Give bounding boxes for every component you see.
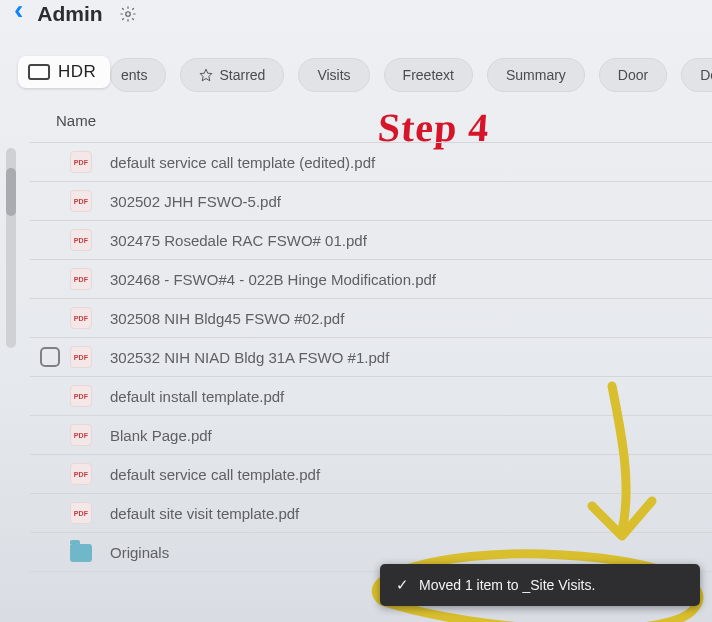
filter-chip-summary[interactable]: Summary — [487, 58, 585, 92]
file-row[interactable]: PDFdefault site visit template.pdf — [30, 494, 712, 533]
star-icon — [199, 68, 213, 82]
file-name: Blank Page.pdf — [98, 427, 702, 444]
chip-label: Summary — [506, 67, 566, 83]
file-row[interactable]: PDF302508 NIH Bldg45 FSWO #02.pdf — [30, 299, 712, 338]
hdr-overlay-badge: HDR — [18, 56, 110, 88]
file-name: 302468 - FSWO#4 - 022B Hinge Modificatio… — [98, 271, 702, 288]
file-name: default install template.pdf — [98, 388, 702, 405]
file-row[interactable]: PDFBlank Page.pdf — [30, 416, 712, 455]
file-name: default service call template.pdf — [98, 466, 702, 483]
file-name: 302508 NIH Bldg45 FSWO #02.pdf — [98, 310, 702, 327]
file-name: 302475 Rosedale RAC FSWO# 01.pdf — [98, 232, 702, 249]
pdf-icon: PDF — [70, 346, 92, 368]
toast-text: Moved 1 item to _Site Visits. — [419, 577, 595, 593]
pdf-icon: PDF — [70, 424, 92, 446]
chip-label: Default — [700, 67, 712, 83]
page-title: Admin — [37, 2, 102, 26]
svg-point-0 — [125, 12, 130, 17]
checkbox-cell — [30, 347, 70, 367]
filter-chip-ents[interactable]: ents — [110, 58, 166, 92]
screen-icon — [28, 64, 50, 80]
file-name: default site visit template.pdf — [98, 505, 702, 522]
pdf-icon: PDF — [70, 190, 92, 212]
hdr-label: HDR — [58, 62, 96, 82]
chip-label: Door — [618, 67, 648, 83]
filter-chip-starred[interactable]: Starred — [180, 58, 284, 92]
pdf-icon: PDF — [70, 385, 92, 407]
gear-icon[interactable] — [119, 5, 137, 23]
pdf-icon: PDF — [70, 268, 92, 290]
pdf-icon: PDF — [70, 502, 92, 524]
svg-marker-1 — [201, 69, 213, 81]
file-row[interactable]: PDFdefault service call template (edited… — [30, 143, 712, 182]
filter-chip-visits[interactable]: Visits — [298, 58, 369, 92]
file-row[interactable]: PDF302532 NIH NIAD Bldg 31A FSWO #1.pdf — [30, 338, 712, 377]
scrollbar-thumb[interactable] — [6, 168, 16, 216]
toast-moved-item: ✓ Moved 1 item to _Site Visits. — [380, 564, 700, 606]
file-row[interactable]: PDF302468 - FSWO#4 - 022B Hinge Modifica… — [30, 260, 712, 299]
pdf-icon: PDF — [70, 463, 92, 485]
file-list: PDFdefault service call template (edited… — [30, 142, 712, 572]
chip-label: Visits — [317, 67, 350, 83]
pdf-icon: PDF — [70, 229, 92, 251]
top-bar: ‹ Admin — [0, 0, 712, 30]
file-name: default service call template (edited).p… — [98, 154, 702, 171]
scrollbar-track[interactable] — [6, 148, 16, 348]
file-row[interactable]: PDF302475 Rosedale RAC FSWO# 01.pdf — [30, 221, 712, 260]
column-header-name[interactable]: Name — [56, 112, 96, 129]
filter-chip-door[interactable]: Door — [599, 58, 667, 92]
pdf-icon: PDF — [70, 307, 92, 329]
folder-icon — [70, 544, 92, 562]
file-name: 302502 JHH FSWO-5.pdf — [98, 193, 702, 210]
chip-label: Starred — [219, 67, 265, 83]
file-row[interactable]: PDF302502 JHH FSWO-5.pdf — [30, 182, 712, 221]
chip-label: Freetext — [403, 67, 454, 83]
filter-chip-default[interactable]: Default — [681, 58, 712, 92]
row-checkbox[interactable] — [40, 347, 60, 367]
filter-chip-freetext[interactable]: Freetext — [384, 58, 473, 92]
file-name: 302532 NIH NIAD Bldg 31A FSWO #1.pdf — [98, 349, 702, 366]
file-name: Originals — [98, 544, 702, 561]
file-row[interactable]: PDFdefault install template.pdf — [30, 377, 712, 416]
check-icon: ✓ — [396, 576, 409, 594]
file-row[interactable]: PDFdefault service call template.pdf — [30, 455, 712, 494]
back-icon[interactable]: ‹ — [14, 0, 23, 24]
pdf-icon: PDF — [70, 151, 92, 173]
chip-label: ents — [121, 67, 147, 83]
filter-chip-row: entsStarredVisitsFreetextSummaryDoorDefa… — [110, 58, 712, 92]
